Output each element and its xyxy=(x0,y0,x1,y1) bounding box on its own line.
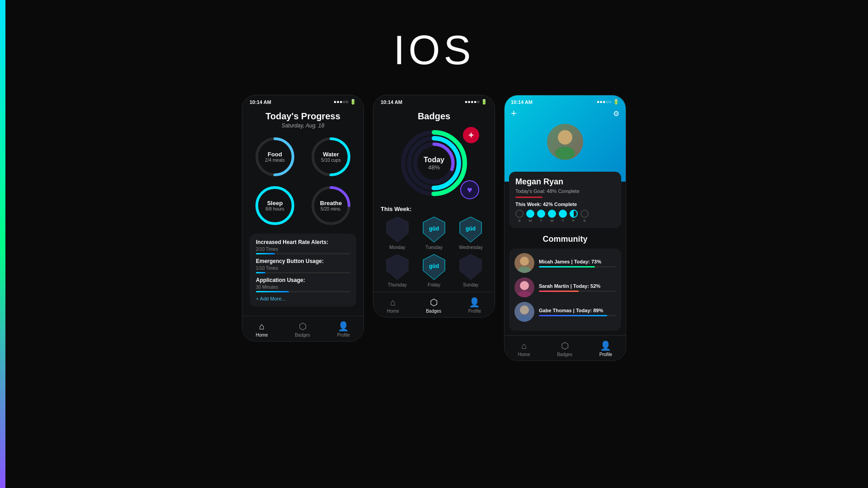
badges-ring: Today 48% xyxy=(398,127,470,199)
add-more-btn[interactable]: + Add More... xyxy=(256,296,350,301)
badge-monday: Monday xyxy=(381,216,414,250)
settings-icon[interactable]: ⚙ xyxy=(613,109,619,118)
svg-point-22 xyxy=(520,281,529,290)
nav-profile-3[interactable]: 👤 Profile xyxy=(599,340,612,357)
phones-container: 10:14 AM ●●●○○ 🔋 Today's Progress Saturd… xyxy=(242,95,626,361)
home-icon-2: ⌂ xyxy=(390,297,396,308)
profile-card: Megan Ryan Today's Goal: 48% Complete Th… xyxy=(509,172,621,228)
badges-icon-1: ⬡ xyxy=(299,321,307,332)
badges-title: Badges xyxy=(381,111,487,122)
phone-progress: 10:14 AM ●●●○○ 🔋 Today's Progress Saturd… xyxy=(242,95,364,342)
food-label: Food xyxy=(265,151,284,158)
svg-text:gūd: gūd xyxy=(429,263,439,269)
food-val: 2/4 meals xyxy=(265,158,284,163)
micah-name: Micah James | Today: 73% xyxy=(539,259,616,264)
sleep-val: 8/8 hours xyxy=(265,206,284,211)
badge-center-pct: 48% xyxy=(424,164,444,171)
bottom-nav-2: ⌂ Home ⬡ Badges 👤 Profile xyxy=(373,292,495,317)
profile-icon-3: 👤 xyxy=(600,340,611,351)
svg-text:gūd: gūd xyxy=(429,225,439,232)
badges-icon-2: ⬡ xyxy=(430,297,438,308)
water-label: Water xyxy=(321,151,340,158)
svg-text:gūd: gūd xyxy=(466,225,476,232)
progress-title: Today's Progress xyxy=(250,111,356,122)
status-bar-1: 10:14 AM ●●●○○ 🔋 xyxy=(242,95,363,107)
nav-badges-2[interactable]: ⬡ Badges xyxy=(426,297,441,314)
water-val: 5/10 cups xyxy=(321,158,340,163)
bottom-nav-1: ⌂ Home ⬡ Badges 👤 Profile xyxy=(242,316,363,341)
nav-profile-2[interactable]: 👤 Profile xyxy=(468,297,481,314)
member-sarah: Sarah Martin | Today: 52% xyxy=(514,277,616,297)
badge-center-label: Today xyxy=(424,156,444,164)
svg-point-23 xyxy=(518,291,531,297)
member-micah: Micah James | Today: 73% xyxy=(514,253,616,273)
status-time-2: 10:14 AM xyxy=(381,99,402,105)
alerts-section: Increased Heart Rate Alerts: 2/10 Times … xyxy=(250,234,356,307)
nav-profile-1[interactable]: 👤 Profile xyxy=(337,321,350,338)
badges-icon-3: ⬡ xyxy=(561,340,569,351)
profile-icon-2: 👤 xyxy=(469,297,480,308)
profile-topbar: + ⚙ xyxy=(511,108,619,119)
progress-grid: Food 2/4 meals Water 5/10 c xyxy=(250,135,356,227)
status-dots-1: ●●●○○ 🔋 xyxy=(334,99,356,105)
sleep-card: Sleep 8/8 hours xyxy=(250,184,300,227)
profile-avatar xyxy=(547,124,583,160)
water-card: Water 5/10 cups xyxy=(306,135,356,178)
badge-friday: gūd Friday xyxy=(417,253,450,287)
svg-point-21 xyxy=(518,267,531,273)
phone-profile: 10:14 AM ●●●○○ 🔋 + ⚙ Megan Ry xyxy=(504,95,626,361)
micah-avatar xyxy=(514,253,534,273)
breathe-val: 5/20 mins. xyxy=(320,206,342,211)
left-accent-bar xyxy=(0,0,5,488)
breathe-card: Breathe 5/20 mins. xyxy=(306,184,356,227)
badge-thursday: Thursday xyxy=(381,253,414,287)
svg-point-19 xyxy=(560,132,571,143)
badge-tuesday: gūd Tuesday xyxy=(417,216,450,250)
gabe-name: Gabe Thomas | Today: 89% xyxy=(539,308,616,313)
community-section: Micah James | Today: 73% Sarah Martin | … xyxy=(505,249,626,331)
alert-heart: Increased Heart Rate Alerts: 2/10 Times xyxy=(256,239,350,254)
badge-wednesday: gūd Wednesday xyxy=(454,216,487,250)
community-title: Community xyxy=(505,235,626,244)
status-dots-3: ●●●○○ 🔋 xyxy=(597,99,619,105)
alert-emergency: Emergency Button Usage: 1/10 Times xyxy=(256,258,350,273)
add-button[interactable]: + xyxy=(511,108,517,119)
status-time-3: 10:14 AM xyxy=(511,99,533,105)
sarah-name: Sarah Martin | Today: 52% xyxy=(539,283,616,289)
badge-plus-button[interactable]: + xyxy=(463,127,479,143)
status-bar-2: 10:14 AM ●●●●○ 🔋 xyxy=(373,95,495,107)
sarah-avatar xyxy=(514,277,534,297)
profile-icon-1: 👤 xyxy=(338,321,349,332)
status-dots-2: ●●●●○ 🔋 xyxy=(465,99,487,105)
food-card: Food 2/4 meals xyxy=(250,135,300,178)
nav-home-2[interactable]: ⌂ Home xyxy=(387,297,399,314)
sleep-label: Sleep xyxy=(265,200,284,206)
svg-point-18 xyxy=(555,147,575,160)
profile-name: Megan Ryan xyxy=(515,177,615,187)
nav-badges-1[interactable]: ⬡ Badges xyxy=(295,321,310,338)
bottom-nav-3: ⌂ Home ⬡ Badges 👤 Profile xyxy=(505,335,626,361)
gabe-avatar xyxy=(514,302,534,322)
badge-sunday: Sunday xyxy=(454,253,487,287)
svg-point-20 xyxy=(520,257,529,266)
profile-week: This Week: 42% Complete xyxy=(515,202,615,207)
status-time-1: 10:14 AM xyxy=(250,99,271,105)
nav-home-3[interactable]: ⌂ Home xyxy=(518,341,530,357)
badges-week-grid: Monday gūd Tuesday gūd Wednesday xyxy=(381,216,487,287)
profile-avatar-wrap xyxy=(511,124,619,160)
this-week-label: This Week: xyxy=(381,206,487,212)
svg-point-24 xyxy=(520,305,529,314)
home-icon-1: ⌂ xyxy=(259,321,264,332)
profile-goal-bar xyxy=(515,197,542,198)
home-icon-3: ⌂ xyxy=(521,341,527,351)
profile-goal: Today's Goal: 48% Complete xyxy=(515,188,615,194)
page-title: IOS xyxy=(393,27,474,74)
svg-point-25 xyxy=(518,315,531,322)
status-bar-3: 10:14 AM ●●●○○ 🔋 xyxy=(511,99,619,108)
nav-badges-3[interactable]: ⬡ Badges xyxy=(557,340,572,357)
nav-home-1[interactable]: ⌂ Home xyxy=(256,321,268,338)
badge-heart-button: ♥ xyxy=(460,180,479,199)
member-gabe: Gabe Thomas | Today: 89% xyxy=(514,302,616,322)
breathe-label: Breathe xyxy=(320,200,342,206)
progress-subtitle: Saturday, Aug. 18 xyxy=(250,122,356,129)
